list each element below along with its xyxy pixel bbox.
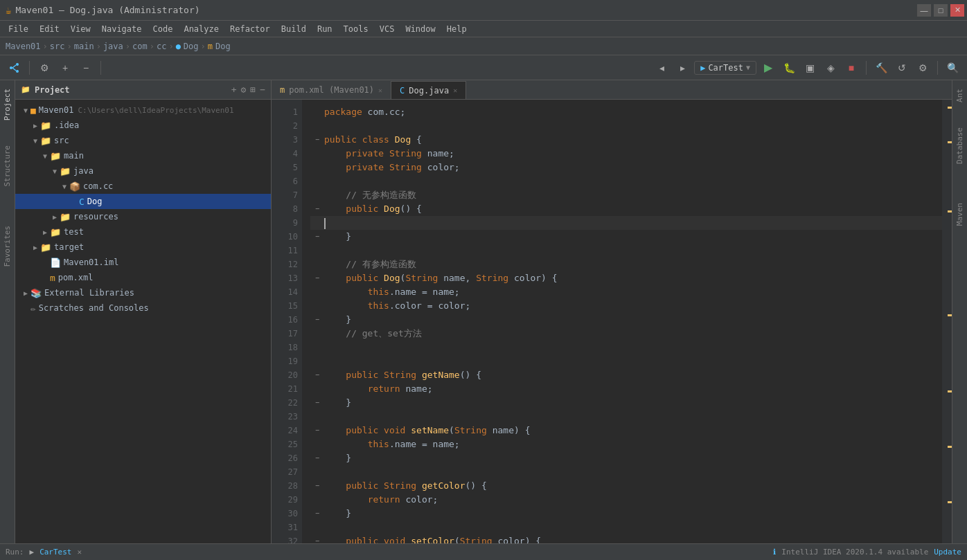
code-line-11	[310, 244, 942, 258]
menu-vcs[interactable]: VCS	[374, 23, 400, 35]
fold-26[interactable]: −	[310, 451, 324, 465]
code-editor[interactable]: 1 2 3 4 5 6 7 8 9 10 11 12 13 14 15 16 1…	[272, 100, 952, 543]
tab-maven[interactable]: Maven	[954, 197, 966, 231]
tree-item-maven01[interactable]: ▼ ■ Maven01 C:\Users\dell\IdeaProjects\M…	[15, 102, 271, 118]
project-header: 📁 Project + ⚙ ⊞ −	[15, 80, 271, 100]
tree-item-target[interactable]: ▶ 📁 target	[15, 240, 271, 255]
fold-8[interactable]: −	[310, 202, 324, 216]
menu-file[interactable]: File	[3, 23, 34, 35]
code-text-26: }	[324, 451, 942, 465]
fold-20[interactable]: −	[310, 368, 324, 382]
right-gutter[interactable]	[942, 100, 952, 543]
breadcrumb-java[interactable]: java	[103, 42, 123, 51]
toolbar-subtract-button[interactable]: −	[77, 59, 95, 77]
run-button[interactable]: ▶	[759, 59, 777, 77]
tab-favorites[interactable]: Favorites	[1, 220, 13, 273]
svg-point-2	[10, 66, 12, 69]
tab-ant[interactable]: Ant	[954, 83, 966, 108]
gutter-mark-warning7	[948, 501, 952, 503]
build-button[interactable]: 🔨	[872, 59, 890, 77]
line-num-7: 7	[272, 188, 298, 202]
fold-13[interactable]: −	[310, 271, 324, 285]
fold-10[interactable]: −	[310, 230, 324, 244]
minimize-button[interactable]: —	[917, 4, 931, 17]
menu-view[interactable]: View	[65, 23, 96, 35]
share-button[interactable]	[6, 59, 24, 77]
project-gear-icon[interactable]: ⊞	[250, 84, 256, 95]
menu-help[interactable]: Help	[441, 23, 472, 35]
profile-button[interactable]: ◈	[822, 59, 840, 77]
search-button[interactable]: 🔍	[943, 59, 961, 77]
menu-refactor[interactable]: Refactor	[224, 23, 276, 35]
project-folder-icon: 📁	[21, 85, 30, 94]
tree-item-resources[interactable]: ▶ 📁 resources	[15, 209, 271, 224]
project-settings-button[interactable]: ⚙	[35, 59, 53, 77]
menu-build[interactable]: Build	[276, 23, 312, 35]
tree-item-java[interactable]: ▼ 📁 java	[15, 163, 271, 179]
pom-tab-close[interactable]: ✕	[378, 87, 382, 94]
menu-navigate[interactable]: Navigate	[96, 23, 148, 35]
left-side-tabs: Project Structure Favorites	[0, 80, 15, 543]
breadcrumb-src[interactable]: src	[50, 42, 65, 51]
breadcrumb-com[interactable]: com	[132, 42, 148, 51]
code-content[interactable]: package com.cc; − public class Dog { pri…	[302, 100, 942, 543]
update-link[interactable]: Update	[934, 548, 961, 557]
fold-3[interactable]: −	[310, 133, 324, 147]
tree-item-extlibs[interactable]: ▶ 📚 External Libraries	[15, 285, 271, 300]
tab-pom[interactable]: m pom.xml (Maven01) ✕	[272, 81, 391, 99]
tree-item-dog[interactable]: C Dog	[15, 194, 271, 209]
update-button[interactable]: ↺	[893, 59, 911, 77]
comcc-arrow: ▼	[60, 183, 69, 190]
breadcrumb-maven01[interactable]: Maven01	[6, 42, 41, 51]
settings-button[interactable]: ⚙	[914, 59, 932, 77]
menu-edit[interactable]: Edit	[34, 23, 65, 35]
line-num-3: 3	[272, 133, 298, 147]
tree-item-maven01iml[interactable]: 📄 Maven01.iml	[15, 255, 271, 270]
dog-tab-close[interactable]: ✕	[453, 87, 457, 94]
menu-window[interactable]: Window	[400, 23, 441, 35]
app-icon: ☕	[6, 5, 11, 16]
tab-structure[interactable]: Structure	[1, 140, 13, 192]
breadcrumb-main[interactable]: main	[74, 42, 94, 51]
tree-item-test[interactable]: ▶ 📁 test	[15, 224, 271, 240]
breadcrumb-dog-class[interactable]: Dog	[184, 42, 199, 51]
status-close[interactable]: ✕	[77, 548, 82, 557]
tab-dog[interactable]: C Dog.java ✕	[391, 81, 466, 99]
tree-item-main[interactable]: ▼ 📁 main	[15, 148, 271, 163]
breadcrumb-sep-2: ›	[67, 42, 72, 51]
breadcrumb-dog-method[interactable]: Dog	[215, 42, 231, 51]
fold-16[interactable]: −	[310, 313, 324, 327]
menu-code[interactable]: Code	[148, 23, 179, 35]
fold-32[interactable]: −	[310, 534, 324, 543]
breadcrumb-cc[interactable]: cc	[157, 42, 166, 51]
tree-item-scratches[interactable]: ✏ Scratches and Consoles	[15, 300, 271, 316]
stop-button[interactable]: ■	[842, 59, 860, 77]
tree-item-pomxml[interactable]: m pom.xml	[15, 270, 271, 285]
fold-22[interactable]: −	[310, 396, 324, 410]
project-settings-icon[interactable]: ⚙	[241, 84, 247, 95]
debug-button[interactable]: 🐛	[780, 59, 798, 77]
menu-analyze[interactable]: Analyze	[178, 23, 224, 35]
fold-24[interactable]: −	[310, 424, 324, 437]
line-num-14: 14	[272, 285, 298, 299]
project-add-icon[interactable]: +	[231, 84, 237, 95]
close-button[interactable]: ✕	[950, 4, 964, 17]
project-collapse-icon[interactable]: −	[260, 84, 265, 95]
tab-project[interactable]: Project	[1, 83, 13, 126]
maximize-button[interactable]: □	[934, 4, 948, 17]
coverage-button[interactable]: ▣	[801, 59, 819, 77]
back-button[interactable]: ◂	[653, 59, 671, 77]
forward-button[interactable]: ▸	[673, 59, 691, 77]
tab-database[interactable]: Database	[954, 122, 966, 170]
status-run-config[interactable]: CarTest	[39, 548, 71, 557]
tree-item-src[interactable]: ▼ 📁 src	[15, 133, 271, 148]
tree-item-idea[interactable]: ▶ 📁 .idea	[15, 118, 271, 133]
run-config-selector[interactable]: ▶ CarTest ▼	[694, 61, 756, 75]
fold-30[interactable]: −	[310, 507, 324, 521]
menu-run[interactable]: Run	[312, 23, 338, 35]
toolbar-add-button[interactable]: +	[56, 59, 74, 77]
fold-28[interactable]: −	[310, 479, 324, 493]
line-num-4: 4	[272, 147, 298, 161]
menu-tools[interactable]: Tools	[338, 23, 374, 35]
tree-item-comcc[interactable]: ▼ 📦 com.cc	[15, 179, 271, 194]
